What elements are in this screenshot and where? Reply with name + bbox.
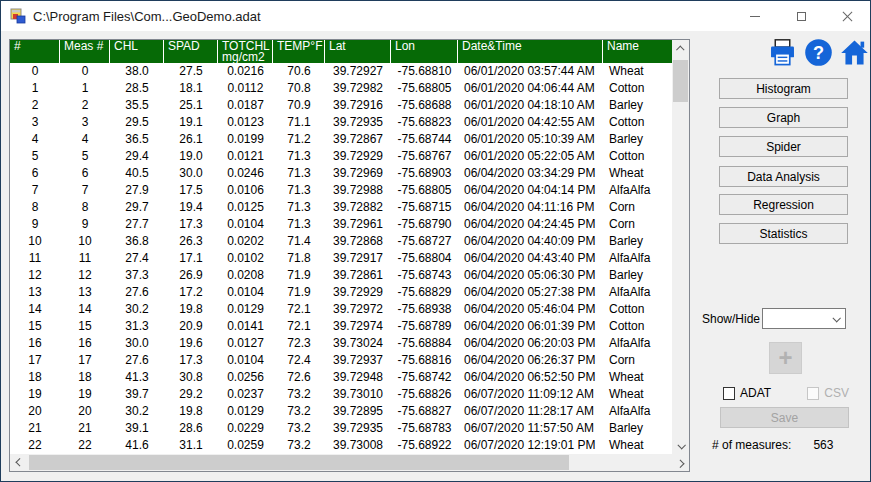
histogram-button[interactable]: Histogram [719, 78, 848, 99]
cell: 28.6 [164, 420, 218, 437]
cell: 21 [10, 420, 60, 437]
statistics-button[interactable]: Statistics [719, 223, 848, 244]
table-row[interactable]: 121237.326.90.020871.939.72861-75.687430… [10, 267, 672, 284]
column-header-spad[interactable]: SPAD [164, 40, 218, 63]
table-row[interactable]: 181841.330.80.025672.639.72948-75.687420… [10, 369, 672, 386]
app-window: C:\Program Files\Com...GeoDemo.adat #Mea… [0, 0, 871, 482]
maximize-button[interactable] [778, 1, 824, 31]
table-row[interactable]: 5529.419.00.012171.339.72929-75.6876706/… [10, 148, 672, 165]
table-row[interactable]: 8829.719.40.012571.339.72882-75.6871506/… [10, 199, 672, 216]
vertical-scroll-thumb[interactable] [673, 60, 688, 102]
column-header--[interactable]: # [10, 40, 60, 63]
table-row[interactable]: 3329.519.10.012371.139.72935-75.6882306/… [10, 114, 672, 131]
cell: 19.6 [164, 335, 218, 352]
cell: 35.5 [110, 97, 164, 114]
help-icon[interactable]: ? [804, 38, 833, 67]
close-button[interactable] [824, 1, 870, 31]
cell: 0.0125 [218, 199, 273, 216]
cell: 71.3 [273, 199, 325, 216]
print-icon[interactable] [768, 38, 797, 67]
cell: 15 [10, 318, 60, 335]
data-analysis-button[interactable]: Data Analysis [719, 166, 848, 187]
cell: 7 [60, 182, 110, 199]
table-row[interactable]: 1128.518.10.011270.839.72982-75.6880506/… [10, 80, 672, 97]
vertical-scrollbar[interactable] [672, 40, 689, 454]
chevron-down-icon [827, 316, 845, 322]
cell: 10 [60, 233, 110, 250]
column-header-lon[interactable]: Lon [391, 40, 458, 63]
table-row[interactable]: 151531.320.90.014172.139.72974-75.687890… [10, 318, 672, 335]
column-header-meas-[interactable]: Meas # [60, 40, 110, 63]
scroll-right-button[interactable] [672, 454, 689, 471]
cell: Corn [603, 352, 672, 369]
scroll-left-button[interactable] [10, 454, 27, 471]
cell: Wheat [603, 63, 672, 80]
cell: 17.3 [164, 216, 218, 233]
show-hide-dropdown[interactable] [762, 308, 846, 329]
cell: 21 [60, 420, 110, 437]
cell: 71.9 [273, 267, 325, 284]
table-row[interactable]: 212139.128.60.022973.239.72935-75.687830… [10, 420, 672, 437]
column-header-name[interactable]: Name [603, 40, 672, 63]
save-button[interactable]: Save [720, 407, 849, 428]
table-row[interactable]: 101036.826.30.020271.439.72868-75.687270… [10, 233, 672, 250]
cell: 26.9 [164, 267, 218, 284]
horizontal-scrollbar[interactable] [10, 454, 689, 471]
cell: 06/04/2020 04:04:14 PM [458, 182, 603, 199]
cell: 3 [10, 114, 60, 131]
column-header-lat[interactable]: Lat [325, 40, 391, 63]
adat-checkbox[interactable] [723, 387, 735, 400]
table-row[interactable]: 222241.631.10.025973.239.73008-75.689220… [10, 437, 672, 454]
cell: Barley [603, 97, 672, 114]
cell: 31.1 [164, 437, 218, 454]
table-row[interactable]: 191939.729.20.023773.239.73010-75.688260… [10, 386, 672, 403]
table-row[interactable]: 7727.917.50.010671.339.72988-75.6880506/… [10, 182, 672, 199]
cell: 19 [10, 386, 60, 403]
table-row[interactable]: 161630.019.60.012772.339.73024-75.688840… [10, 335, 672, 352]
table-row[interactable]: 111127.417.10.010271.839.72917-75.688040… [10, 250, 672, 267]
cell: 71.3 [273, 148, 325, 165]
scroll-down-button[interactable] [672, 437, 689, 454]
cell: -75.68826 [391, 386, 458, 403]
cell: 06/04/2020 04:40:09 PM [458, 233, 603, 250]
cell: 39.1 [110, 420, 164, 437]
cell: Wheat [603, 369, 672, 386]
table-row[interactable]: 131327.617.20.010471.939.72929-75.688290… [10, 284, 672, 301]
horizontal-scroll-thumb[interactable] [29, 455, 569, 470]
cell: 19.0 [164, 148, 218, 165]
scroll-up-button[interactable] [672, 40, 689, 57]
cell: 5 [10, 148, 60, 165]
column-header-temp-f[interactable]: TEMP°F [273, 40, 325, 63]
cell: 27.6 [110, 352, 164, 369]
cell: -75.68829 [391, 284, 458, 301]
regression-button[interactable]: Regression [719, 194, 848, 215]
cell: 2 [10, 97, 60, 114]
cell: 06/01/2020 04:42:55 AM [458, 114, 603, 131]
column-header-date-time[interactable]: Date&Time [458, 40, 603, 63]
cell: -75.68938 [391, 301, 458, 318]
home-icon[interactable] [840, 38, 869, 67]
table-row[interactable]: 0038.027.50.021670.639.72927-75.6881006/… [10, 63, 672, 80]
cell: 20 [60, 403, 110, 420]
csv-checkbox[interactable] [807, 387, 819, 400]
cell: 11 [60, 250, 110, 267]
column-header-chl[interactable]: CHL [110, 40, 164, 63]
measure-count-label: # of measures: [712, 438, 791, 452]
column-header-totchl[interactable]: TOTCHLmg/cm2 [218, 40, 273, 63]
table-row[interactable]: 9927.717.30.010471.339.72961-75.6879006/… [10, 216, 672, 233]
graph-button[interactable]: Graph [719, 107, 848, 128]
cell: 1 [10, 80, 60, 97]
table-row[interactable]: 2235.525.10.018770.939.72916-75.6868806/… [10, 97, 672, 114]
cell: 4 [10, 131, 60, 148]
table-row[interactable]: 141430.219.80.012972.139.72972-75.689380… [10, 301, 672, 318]
minimize-button[interactable] [732, 1, 778, 31]
close-icon [842, 11, 853, 22]
cell: AlfaAlfa [603, 284, 672, 301]
table-row[interactable]: 6640.530.00.024671.339.72969-75.6890306/… [10, 165, 672, 182]
add-button[interactable]: + [769, 342, 802, 374]
table-row[interactable]: 171727.617.30.010472.439.72937-75.688160… [10, 352, 672, 369]
cell: 39.7 [110, 386, 164, 403]
spider-button[interactable]: Spider [719, 136, 848, 157]
table-row[interactable]: 4436.526.10.019971.239.72867-75.6874406/… [10, 131, 672, 148]
table-row[interactable]: 202030.219.80.012973.239.72895-75.688270… [10, 403, 672, 420]
